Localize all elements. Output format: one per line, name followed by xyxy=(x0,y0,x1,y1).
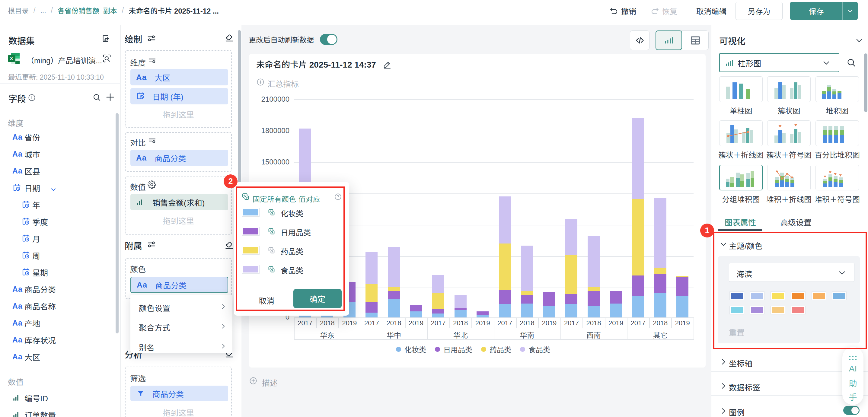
svg-text:X: X xyxy=(10,56,13,62)
